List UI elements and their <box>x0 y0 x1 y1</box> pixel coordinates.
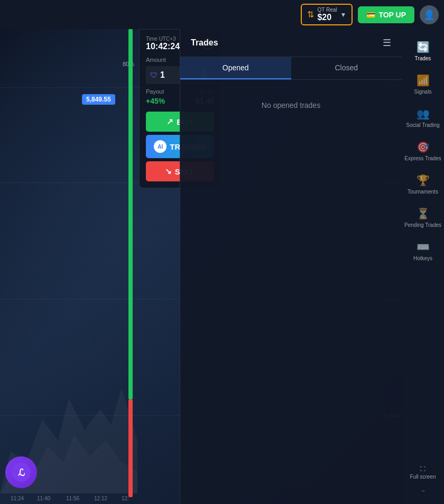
price-bubble: 5,849.55 <box>82 94 115 105</box>
app-logo: ℒ <box>5 456 37 488</box>
account-label: QT Real $20 <box>317 7 337 22</box>
trades-title: Trades <box>191 38 218 48</box>
sidebar-item-hotkeys[interactable]: ⌨️ Hotkeys <box>402 234 444 268</box>
trades-panel: Trades ☰ Opened Closed No opened trades <box>180 29 402 504</box>
trades-menu-icon[interactable]: ☰ <box>383 37 391 49</box>
account-selector[interactable]: ⇅ QT Real $20 ▼ <box>301 4 353 25</box>
sidebar-item-express-trades[interactable]: 🎯 Express Trades <box>402 134 444 168</box>
arrow-right-icon: → <box>420 488 426 493</box>
svg-text:ℒ: ℒ <box>18 468 25 478</box>
sidebar-bottom: ⛶ Full screen → <box>402 466 444 493</box>
sidebar-label-tournaments: Tournaments <box>408 189 438 195</box>
sidebar-label-trades: Trades <box>415 56 431 61</box>
payout-label: Payout <box>146 88 164 95</box>
account-icon: ⇅ <box>307 10 314 20</box>
amount-value: 1 <box>160 70 165 80</box>
social-trading-icon: 👥 <box>417 107 430 120</box>
topup-icon: 💳 <box>366 11 375 19</box>
sidebar-label-social-trading: Social Trading <box>406 122 439 128</box>
sidebar-item-arrow[interactable]: → <box>420 488 426 493</box>
buy-arrow-icon: ↗ <box>166 117 173 126</box>
trades-icon: 🔄 <box>417 41 430 53</box>
tab-closed[interactable]: Closed <box>291 57 402 79</box>
sidebar-item-pending-trades[interactable]: ⏳ Pending Trades <box>402 201 444 234</box>
time-zone-label: Time UTC+3 <box>146 36 180 42</box>
time-info: Time UTC+3 10:42:24 <box>146 36 180 51</box>
time-tick-2: 11:40 <box>37 496 50 501</box>
price-line-green <box>128 29 133 399</box>
account-name: QT Real <box>317 7 337 13</box>
shield-icon: 🛡 <box>150 71 158 79</box>
fullscreen-icon: ⛶ <box>420 466 426 472</box>
sidebar-item-fullscreen[interactable]: ⛶ Full screen <box>410 466 436 480</box>
sidebar-label-signals: Signals <box>414 89 432 95</box>
tournaments-icon: 🏆 <box>417 174 430 187</box>
sidebar-label-pending-trades: Pending Trades <box>404 222 441 228</box>
chevron-down-icon: ▼ <box>340 11 346 19</box>
sidebar-item-trades[interactable]: 🔄 Trades <box>402 34 444 68</box>
amount-left: 🛡 1 <box>150 70 165 80</box>
ai-logo: AI <box>154 140 166 153</box>
time-tick-5: 12: <box>122 496 129 501</box>
time-tick-1: 11:24 <box>11 496 24 501</box>
pct-value: +45% <box>146 97 165 105</box>
signals-icon: 📶 <box>417 74 430 87</box>
hotkeys-icon: ⌨️ <box>417 241 430 253</box>
sidebar: 🔄 Trades 📶 Signals 👥 Social Trading 🎯 Ex… <box>402 29 444 504</box>
sidebar-item-tournaments[interactable]: 🏆 Tournaments <box>402 168 444 201</box>
sidebar-label-hotkeys: Hotkeys <box>413 255 432 261</box>
sidebar-label-express-trades: Express Trades <box>404 155 441 161</box>
price-line-red <box>128 399 133 497</box>
avatar[interactable]: 👤 <box>420 5 439 24</box>
time-tick-3: 11:56 <box>66 496 79 501</box>
header: ⇅ QT Real $20 ▼ 💳 TOP UP 👤 <box>0 0 444 29</box>
sidebar-item-signals[interactable]: 📶 Signals <box>402 68 444 101</box>
trades-content: No opened trades <box>180 80 402 131</box>
topup-label: TOP UP <box>378 11 406 19</box>
trades-header: Trades ☰ <box>180 29 402 57</box>
trades-tabs: Opened Closed <box>180 57 402 80</box>
sidebar-item-social-trading[interactable]: 👥 Social Trading <box>402 101 444 134</box>
sidebar-label-fullscreen: Full screen <box>410 474 436 480</box>
no-trades-message: No opened trades <box>262 101 320 109</box>
account-balance: $20 <box>317 13 337 22</box>
express-trades-icon: 🎯 <box>417 141 430 153</box>
time-tick-4: 12:12 <box>94 496 107 501</box>
tab-opened[interactable]: Opened <box>180 57 291 79</box>
time-value: 10:42:24 <box>146 42 180 51</box>
pending-trades-icon: ⏳ <box>417 207 430 220</box>
sell-arrow-icon: ↘ <box>165 167 172 176</box>
topup-button[interactable]: 💳 TOP UP <box>358 6 414 23</box>
